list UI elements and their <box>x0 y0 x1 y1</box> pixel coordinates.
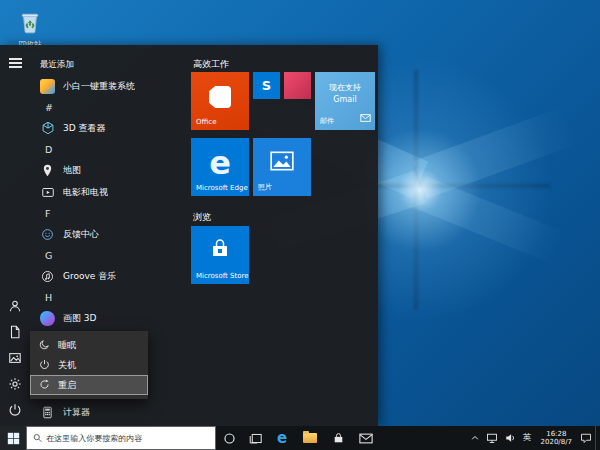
clock-time: 16:28 <box>546 430 566 439</box>
restart-icon <box>39 379 50 392</box>
power-menu-item-sleep[interactable]: 睡眠 <box>30 335 148 355</box>
app-label: 画图 3D <box>63 312 97 325</box>
tile-label: 照片 <box>258 182 272 192</box>
app-label: 计算器 <box>63 406 90 419</box>
edge-icon: e <box>277 429 287 447</box>
envelope-icon <box>359 433 373 444</box>
recently-added-header: 最近添加 <box>36 55 185 75</box>
calculator-icon <box>40 405 55 420</box>
power-menu-label: 关机 <box>58 359 76 372</box>
language-label: 英 <box>523 432 532 444</box>
app-label: 小白一键重装系统 <box>63 80 135 93</box>
start-button[interactable] <box>0 426 26 450</box>
app-label: 3D 查看器 <box>63 122 106 135</box>
recycle-bin[interactable]: 回收站 <box>8 10 52 50</box>
letter-label: F <box>45 208 50 219</box>
app-label: 地图 <box>63 164 81 177</box>
app-label: 反馈中心 <box>63 228 99 241</box>
letter-header-hash[interactable]: # <box>36 97 185 117</box>
envelope-icon <box>360 107 371 126</box>
letter-label: G <box>45 250 52 261</box>
letter-header-h[interactable]: H <box>36 287 185 307</box>
windows-logo-icon <box>7 432 20 445</box>
volume-button[interactable] <box>501 426 519 450</box>
mail-live-tile-text: 现在支持 Gmail <box>315 82 375 106</box>
app-item-3d-viewer[interactable]: 3D 查看器 <box>36 117 185 139</box>
taskbar-store-button[interactable] <box>324 426 352 450</box>
input-language-indicator[interactable]: 英 <box>519 426 536 450</box>
account-button[interactable] <box>0 294 30 318</box>
tile-label: 邮件 <box>320 116 334 126</box>
tiles-area: 高效工作 Office S 现在支持 Gmail 邮件 <box>185 45 378 426</box>
letter-header-g[interactable]: G <box>36 245 185 265</box>
taskbar: e <box>0 426 600 450</box>
app-label: Groove 音乐 <box>63 270 116 283</box>
hidden-icons-button[interactable] <box>467 426 483 450</box>
app-item-maps[interactable]: 地图 <box>36 159 185 181</box>
tile-label: Microsoft Edge <box>196 184 248 192</box>
start-rail-bottom <box>0 294 30 422</box>
taskbar-edge-button[interactable]: e <box>268 426 296 450</box>
feedback-hub-icon <box>40 227 55 242</box>
cortana-button[interactable] <box>216 426 242 450</box>
network-button[interactable] <box>483 426 501 450</box>
power-menu: 睡眠 关机 重启 <box>30 331 148 399</box>
taskbar-search-box[interactable] <box>26 426 216 450</box>
tile-microsoft-store[interactable]: Microsoft Store <box>191 226 249 284</box>
paint-3d-icon <box>40 311 55 326</box>
letter-label: H <box>45 292 52 303</box>
taskbar-clock[interactable]: 16:28 2020/8/7 <box>536 426 577 450</box>
pictures-icon <box>8 351 22 365</box>
app-item-calculator[interactable]: 计算器 <box>36 401 185 423</box>
folder-icon <box>303 433 317 443</box>
start-rail <box>0 45 30 426</box>
app-label: 电影和电视 <box>63 186 108 199</box>
power-menu-item-restart[interactable]: 重启 <box>30 375 148 395</box>
tile-microsoft-edge[interactable]: e Microsoft Edge <box>191 138 249 196</box>
app-item-xiaobai[interactable]: 小白一键重装系统 <box>36 75 185 97</box>
app-item-feedback-hub[interactable]: 反馈中心 <box>36 223 185 245</box>
store-bag-icon <box>332 432 345 445</box>
documents-icon <box>8 325 22 339</box>
show-desktop-button[interactable] <box>595 426 600 450</box>
letter-label: D <box>45 144 52 155</box>
taskbar-mail-button[interactable] <box>352 426 380 450</box>
maps-icon <box>40 163 55 178</box>
office-icon <box>209 86 231 108</box>
cortana-icon <box>223 432 236 445</box>
taskbar-file-explorer-button[interactable] <box>296 426 324 450</box>
sleep-moon-icon <box>39 339 50 352</box>
tile-mail[interactable]: 现在支持 Gmail 邮件 <box>315 72 375 130</box>
xiaobai-app-icon <box>40 79 55 94</box>
power-menu-item-shutdown[interactable]: 关机 <box>30 355 148 375</box>
power-menu-label: 重启 <box>58 379 76 392</box>
tile-skype[interactable]: S <box>253 72 280 99</box>
settings-button[interactable] <box>0 372 30 396</box>
edge-icon: e <box>209 144 231 182</box>
tile-label: Microsoft Store <box>196 272 249 280</box>
small-tile-red[interactable] <box>284 72 311 99</box>
tile-office[interactable]: Office <box>191 72 249 130</box>
movies-tv-icon <box>40 185 55 200</box>
store-bag-icon <box>208 237 232 265</box>
task-view-button[interactable] <box>242 426 268 450</box>
letter-header-d[interactable]: D <box>36 139 185 159</box>
letter-header-f[interactable]: F <box>36 203 185 223</box>
app-item-movies-tv[interactable]: 电影和电视 <box>36 181 185 203</box>
desktop-screen: 回收站 <box>0 0 600 450</box>
app-item-paint-3d[interactable]: 画图 3D <box>36 307 185 329</box>
hamburger-icon <box>9 56 22 71</box>
search-input[interactable] <box>46 434 209 443</box>
expand-menu-button[interactable] <box>0 51 30 75</box>
tile-label: Office <box>196 118 216 126</box>
tile-group-productivity[interactable]: 高效工作 <box>193 58 229 71</box>
documents-button[interactable] <box>0 320 30 344</box>
pictures-button[interactable] <box>0 346 30 370</box>
action-center-button[interactable] <box>577 426 595 450</box>
tile-group-explore[interactable]: 浏览 <box>193 211 211 224</box>
account-icon <box>8 299 22 313</box>
app-item-groove-music[interactable]: Groove 音乐 <box>36 265 185 287</box>
tile-photos[interactable]: 照片 <box>253 138 311 196</box>
task-view-icon <box>249 432 262 445</box>
power-button[interactable] <box>0 398 30 422</box>
